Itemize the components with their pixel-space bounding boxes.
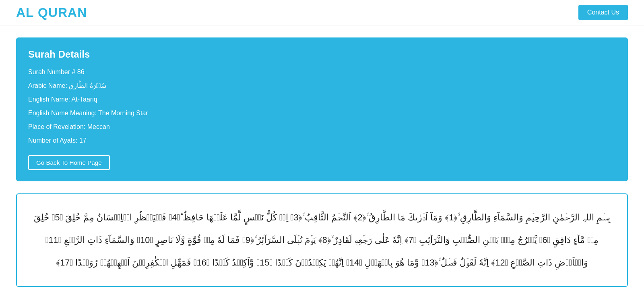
surah-english-meaning: English Name Meaning: The Morning Star: [28, 107, 616, 120]
surah-revelation: Place of Revelation: Meccan: [28, 120, 616, 133]
quran-text: بِسۡمِ اللہِ الرَّحۡمٰنِ الرَّحِیۡمِ وَا…: [33, 206, 611, 274]
surah-ayats: Number of Ayats: 17: [28, 134, 616, 147]
surah-arabic-name: Arabic Name: سُوۡرَةُ الطَّارِق: [28, 79, 616, 92]
go-back-button[interactable]: Go Back To Home Page: [28, 155, 110, 170]
main-content: Surah Details Surah Number # 86 Arabic N…: [0, 25, 644, 299]
logo: AL QURAN: [16, 5, 87, 20]
surah-details-info: Surah Number # 86 Arabic Name: سُوۡرَةُ …: [28, 66, 616, 147]
surah-number: Surah Number # 86: [28, 66, 616, 79]
surah-details-card: Surah Details Surah Number # 86 Arabic N…: [16, 37, 628, 181]
header: AL QURAN Contact Us: [0, 0, 644, 25]
surah-details-title: Surah Details: [28, 49, 616, 60]
surah-english-name: English Name: At-Taariq: [28, 93, 616, 106]
contact-button[interactable]: Contact Us: [578, 5, 628, 20]
quran-text-card: بِسۡمِ اللہِ الرَّحۡمٰنِ الرَّحِیۡمِ وَا…: [16, 193, 628, 287]
